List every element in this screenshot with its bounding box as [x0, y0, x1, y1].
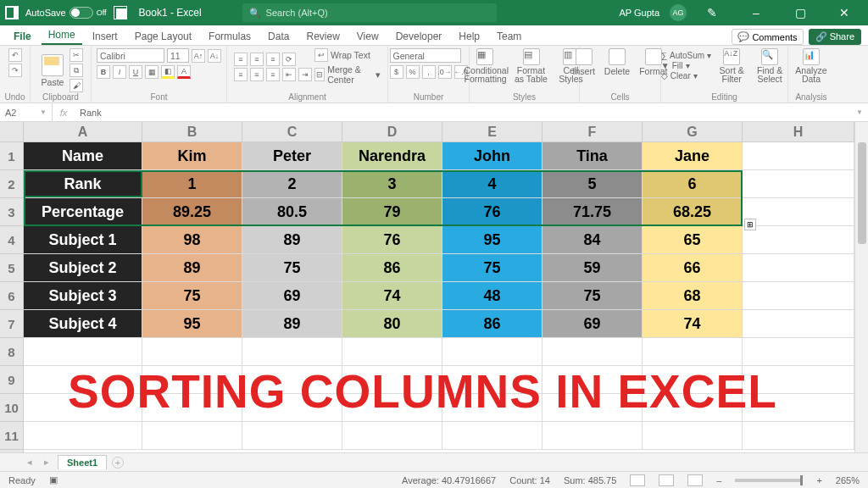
- tab-team[interactable]: Team: [490, 28, 528, 45]
- cell-a8[interactable]: [24, 338, 142, 365]
- formula-input[interactable]: Rank: [75, 108, 851, 118]
- cell-d6[interactable]: 74: [342, 282, 442, 309]
- cell-e8[interactable]: [442, 338, 542, 365]
- redo-icon[interactable]: ↷: [8, 64, 22, 77]
- cell-e2[interactable]: 4: [442, 170, 542, 197]
- sheet-tab-1[interactable]: Sheet1: [58, 455, 107, 469]
- cell-h4[interactable]: [743, 226, 854, 253]
- indent-dec-icon[interactable]: ⇤: [282, 68, 296, 81]
- conditional-formatting-button[interactable]: ▦Conditional Formatting: [461, 48, 509, 83]
- cell-c1[interactable]: Peter: [242, 142, 342, 169]
- cell-b1[interactable]: Kim: [142, 142, 242, 169]
- cell-a1[interactable]: Name: [24, 142, 142, 169]
- copy-icon[interactable]: ⧉: [70, 64, 83, 77]
- col-header-b[interactable]: B: [142, 122, 242, 141]
- expand-formula-icon[interactable]: ▼: [851, 108, 868, 116]
- view-normal-icon[interactable]: [630, 474, 645, 486]
- inc-decimal-icon[interactable]: .0→: [438, 65, 452, 79]
- fill-button[interactable]: ▼ Fill ▾: [661, 61, 711, 70]
- cell-a3[interactable]: Percentage: [24, 198, 142, 225]
- cell-g8[interactable]: [643, 338, 743, 365]
- cell-g5[interactable]: 66: [643, 254, 743, 281]
- zoom-in-button[interactable]: +: [816, 475, 821, 485]
- cell-f1[interactable]: Tina: [542, 142, 643, 169]
- indent-inc-icon[interactable]: ⇥: [298, 68, 312, 81]
- col-header-a[interactable]: A: [24, 122, 142, 141]
- worksheet[interactable]: A B C D E F G H 1 2 3 4 5 6 7 8 9 10 11 …: [0, 122, 868, 452]
- insert-cells-button[interactable]: Insert: [570, 48, 598, 76]
- tab-help[interactable]: Help: [452, 28, 487, 45]
- cell-h6[interactable]: [743, 282, 854, 309]
- find-select-button[interactable]: 🔍Find & Select: [752, 48, 787, 83]
- fx-icon[interactable]: fx: [53, 108, 75, 118]
- col-header-g[interactable]: G: [643, 122, 743, 141]
- cell-b7[interactable]: 95: [142, 310, 242, 337]
- tab-page-layout[interactable]: Page Layout: [128, 28, 198, 45]
- cell-g4[interactable]: 65: [643, 226, 743, 253]
- cell-e11[interactable]: [442, 422, 542, 449]
- comma-icon[interactable]: ,: [422, 65, 436, 79]
- toggle-icon[interactable]: [70, 7, 93, 19]
- name-box[interactable]: A2▼: [0, 103, 53, 121]
- cell-a4[interactable]: Subject 1: [24, 226, 142, 253]
- row-header-6[interactable]: 6: [0, 282, 23, 310]
- cell-c8[interactable]: [242, 338, 342, 365]
- row-header-4[interactable]: 4: [0, 226, 23, 254]
- row-header-10[interactable]: 10: [0, 394, 23, 422]
- sheet-nav-prev-icon[interactable]: ◂: [24, 457, 36, 468]
- cell-d5[interactable]: 86: [342, 254, 442, 281]
- record-macro-icon[interactable]: ▣: [49, 474, 58, 485]
- clear-button[interactable]: ◇ Clear ▾: [661, 71, 711, 80]
- cell-d11[interactable]: [342, 422, 442, 449]
- number-format-select[interactable]: General: [390, 48, 461, 63]
- cell-g1[interactable]: Jane: [643, 142, 743, 169]
- font-name-select[interactable]: Calibri: [97, 48, 164, 63]
- cell-d2[interactable]: 3: [342, 170, 442, 197]
- paste-button[interactable]: Paste: [38, 54, 68, 87]
- row-header-7[interactable]: 7: [0, 310, 23, 338]
- merge-center-button[interactable]: ⊟Merge & Center ▾: [314, 64, 381, 85]
- align-bottom-icon[interactable]: ≡: [266, 53, 280, 66]
- fill-color-icon[interactable]: ◧: [161, 65, 175, 79]
- cell-c4[interactable]: 89: [242, 226, 342, 253]
- cell-c5[interactable]: 75: [242, 254, 342, 281]
- share-button[interactable]: 🔗 Share: [809, 29, 861, 45]
- sheet-nav-next-icon[interactable]: ▸: [41, 457, 53, 468]
- cell-d8[interactable]: [342, 338, 442, 365]
- cell-g6[interactable]: 68: [643, 282, 743, 309]
- cell-grid[interactable]: Name Kim Peter Narendra John Tina Jane R…: [24, 142, 854, 452]
- autosum-button[interactable]: ∑ AutoSum ▾: [661, 51, 711, 60]
- cell-g11[interactable]: [643, 422, 743, 449]
- cell-g3[interactable]: 68.25: [643, 198, 743, 225]
- zoom-slider[interactable]: [735, 479, 803, 482]
- cell-d1[interactable]: Narendra: [342, 142, 442, 169]
- zoom-out-button[interactable]: –: [716, 475, 721, 485]
- row-header-3[interactable]: 3: [0, 198, 23, 226]
- cell-f5[interactable]: 59: [542, 254, 643, 281]
- bold-button[interactable]: B: [97, 65, 110, 79]
- cell-h3[interactable]: [743, 198, 854, 225]
- cell-e4[interactable]: 95: [442, 226, 542, 253]
- view-page-layout-icon[interactable]: [659, 474, 674, 486]
- cell-f2[interactable]: 5: [542, 170, 643, 197]
- cell-h1[interactable]: [743, 142, 854, 169]
- cell-a11[interactable]: [24, 422, 142, 449]
- cell-h7[interactable]: [743, 310, 854, 337]
- cell-g7[interactable]: 74: [643, 310, 743, 337]
- cell-f11[interactable]: [542, 422, 643, 449]
- autosave-toggle[interactable]: AutoSave Off: [25, 7, 107, 19]
- cell-b11[interactable]: [142, 422, 242, 449]
- underline-button[interactable]: U: [129, 65, 142, 79]
- zoom-level[interactable]: 265%: [836, 475, 860, 485]
- col-header-h[interactable]: H: [743, 122, 854, 141]
- sort-filter-button[interactable]: A↓ZSort & Filter: [714, 48, 749, 83]
- cell-c7[interactable]: 89: [242, 310, 342, 337]
- format-painter-icon[interactable]: 🖌: [70, 79, 83, 92]
- cell-e3[interactable]: 76: [442, 198, 542, 225]
- add-sheet-button[interactable]: +: [112, 457, 124, 469]
- font-size-select[interactable]: 11: [167, 48, 189, 63]
- format-as-table-button[interactable]: ▤Format as Table: [511, 48, 552, 83]
- save-icon[interactable]: [114, 6, 127, 19]
- avatar[interactable]: AG: [670, 4, 687, 21]
- close-button[interactable]: ✕: [826, 0, 863, 25]
